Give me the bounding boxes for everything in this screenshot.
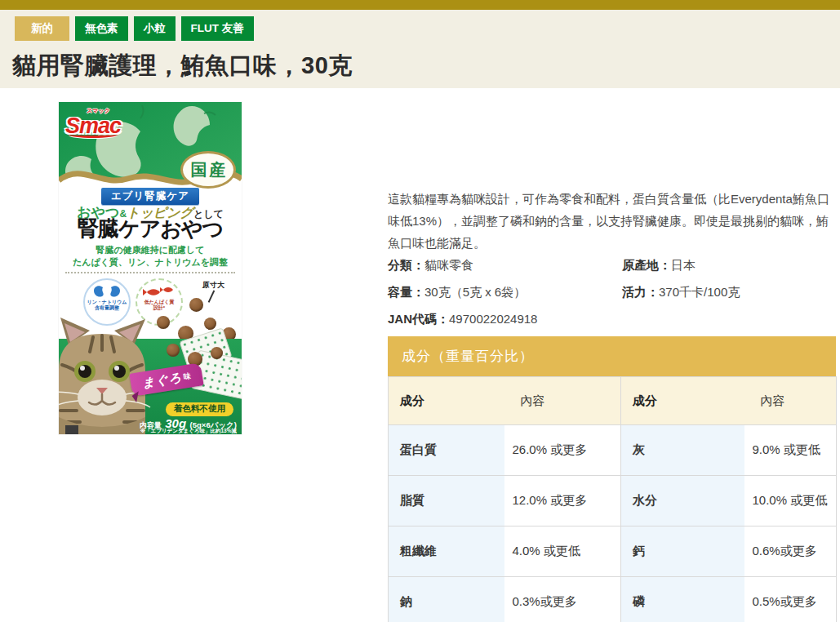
treat-kibble bbox=[167, 344, 180, 357]
dotted-separator bbox=[65, 272, 235, 273]
table-row: 粗纖維 4.0% 或更低 鈣 0.6%或更多 bbox=[389, 526, 837, 577]
detail-jan-code: JAN代碼：4970022024918 bbox=[388, 311, 622, 327]
detail-origin: 原產地：日本 bbox=[622, 257, 837, 273]
ingredient-value: 0.3%或更多 bbox=[504, 577, 621, 622]
table-row: 鈉 0.3%或更多 磷 0.5%或更多 bbox=[389, 577, 837, 622]
ingredient-value: 10.0% 或更低 bbox=[744, 476, 837, 526]
top-accent-bar bbox=[0, 0, 840, 10]
col-header-content-1: 內容 bbox=[504, 377, 621, 425]
ingredient-name: 脂質 bbox=[389, 476, 504, 526]
ingredient-value: 0.6%或更多 bbox=[744, 526, 837, 577]
ingredient-value: 9.0% 或更低 bbox=[744, 425, 837, 476]
product-page: 新的 無色素 小粒 FLUT 友善 貓用腎臟護理，鮪魚口味，30克 bbox=[0, 0, 840, 622]
table-row: 脂質 12.0% 或更多 水分 10.0% 或更低 bbox=[389, 476, 837, 526]
badge-small-kibble[interactable]: 小粒 bbox=[134, 16, 176, 41]
ingredients-table-title: 成分（重量百分比） bbox=[388, 336, 836, 376]
ingredients-section: 成分（重量百分比） 成分 內容 成分 內容 蛋白質 26.0% 或更多 灰 9.… bbox=[388, 336, 837, 622]
ingredient-name: 鈣 bbox=[621, 526, 744, 577]
no-colorant-pill: 着色料不使用 bbox=[166, 402, 233, 416]
ingredient-name: 磷 bbox=[621, 577, 744, 622]
brand-swoosh bbox=[69, 131, 118, 138]
page-title: 貓用腎臟護理，鮪魚口味，30克 bbox=[12, 50, 829, 82]
table-row: 蛋白質 26.0% 或更多 灰 9.0% 或更低 bbox=[389, 425, 837, 476]
feature1-line1: リン・ナトリウム bbox=[85, 300, 129, 305]
photo-corner-mark bbox=[65, 425, 78, 434]
product-info-column: 這款貓糧專為貓咪設計，可作為零食和配料，蛋白質含量低（比Everydenta鮪魚… bbox=[388, 188, 837, 622]
package-tagline-2: たんぱく質、リン、ナトリウムを調整 bbox=[59, 256, 242, 269]
ingredient-value: 26.0% 或更多 bbox=[504, 425, 621, 476]
badge-flut-friendly[interactable]: FLUT 友善 bbox=[181, 16, 254, 41]
ingredient-name: 水分 bbox=[621, 476, 744, 526]
col-header-ingredient-1: 成分 bbox=[389, 377, 504, 425]
treat-kibble bbox=[211, 347, 223, 359]
package-footnote: ※「エブリデンタまぐろ味」比約13%減 bbox=[140, 428, 237, 434]
content-area: スマック Smac 国産 エブリ腎臓ケア おやつ&トッピングとして 腎臓ケアおや… bbox=[0, 88, 840, 622]
ingredient-value: 4.0% 或更低 bbox=[504, 526, 621, 577]
page-header: 新的 無色素 小粒 FLUT 友善 貓用腎臟護理，鮪魚口味，30克 bbox=[0, 10, 840, 88]
col-header-ingredient-2: 成分 bbox=[621, 377, 744, 425]
treat-kibble bbox=[157, 316, 170, 329]
detail-category: 分類：貓咪零食 bbox=[388, 257, 622, 273]
flavor-suffix-label: 味 bbox=[183, 371, 192, 382]
detail-energy: 活力：370千卡/100克 bbox=[622, 284, 837, 300]
feature2-line2: 設計* bbox=[137, 305, 181, 311]
feature2-line1: 低たんぱく質 bbox=[137, 300, 181, 305]
detail-capacity: 容量：30克（5克 x 6袋） bbox=[388, 284, 622, 300]
ingredient-name: 蛋白質 bbox=[389, 425, 504, 476]
ingredient-name: 灰 bbox=[621, 425, 744, 476]
col-header-content-2: 內容 bbox=[744, 377, 837, 425]
actual-size-label: 原寸大 bbox=[202, 280, 224, 291]
badge-row: 新的 無色素 小粒 FLUT 友善 bbox=[15, 16, 829, 41]
badge-new[interactable]: 新的 bbox=[15, 16, 69, 41]
series-name-band: エブリ腎臓ケア bbox=[101, 188, 199, 205]
ingredient-value: 12.0% 或更多 bbox=[504, 476, 621, 526]
domestic-origin-badge: 国産 bbox=[180, 151, 236, 189]
product-details: 分類：貓咪零食 原產地：日本 容量：30克（5克 x 6袋） 活力：370千卡/… bbox=[388, 257, 837, 327]
ingredient-name: 鈉 bbox=[389, 577, 504, 622]
ingredient-name: 粗纖維 bbox=[389, 526, 504, 577]
actual-size-pointer bbox=[208, 290, 215, 302]
fish-icon bbox=[137, 285, 181, 300]
table-subheader-row: 成分 內容 成分 內容 bbox=[389, 377, 837, 425]
ingredients-table: 成分 內容 成分 內容 蛋白質 26.0% 或更多 灰 9.0% 或更低 脂質 … bbox=[388, 376, 837, 622]
flavor-label: まぐろ bbox=[141, 370, 183, 391]
product-description: 這款貓糧專為貓咪設計，可作為零食和配料，蛋白質含量低（比Everydenta鮪魚… bbox=[388, 188, 837, 254]
treat-kibble bbox=[189, 298, 203, 312]
kidney-pair-icon bbox=[85, 285, 129, 300]
product-image[interactable]: スマック Smac 国産 エブリ腎臓ケア おやつ&トッピングとして 腎臓ケアおや… bbox=[59, 102, 242, 434]
brand-logo: スマック Smac bbox=[65, 107, 124, 136]
badge-no-colorant[interactable]: 無色素 bbox=[75, 16, 128, 41]
feature1-line2: 含有量調整 bbox=[85, 305, 129, 311]
treat-kibble bbox=[204, 318, 216, 330]
ingredient-value: 0.5%或更多 bbox=[744, 577, 837, 622]
package-tagline-1: 腎臓の健康維持に配慮して bbox=[59, 244, 242, 256]
package-product-name: 腎臓ケアおやつ bbox=[59, 216, 242, 241]
